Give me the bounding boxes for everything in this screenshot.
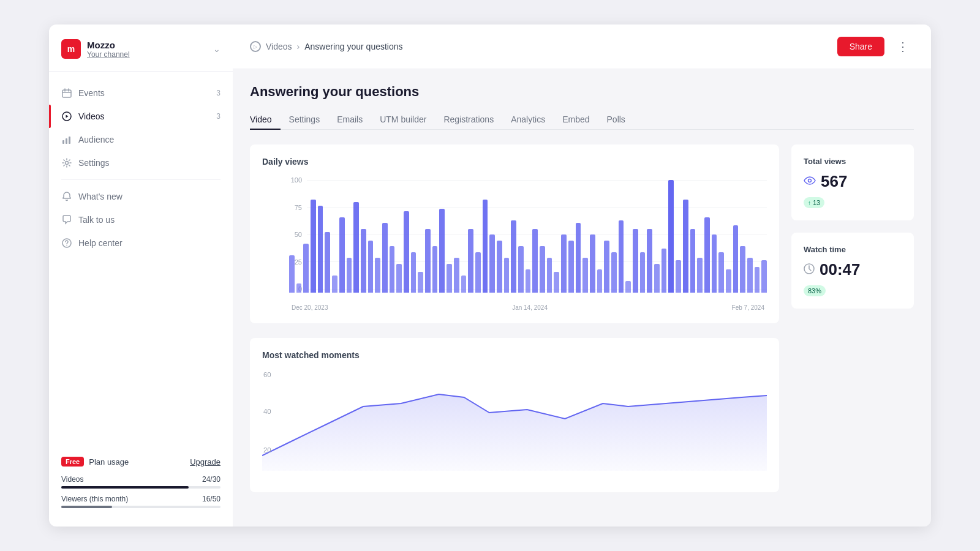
daily-views-chart: 100 75 50 25 0 Dec 20, 2023 J	[262, 176, 767, 311]
bar	[619, 220, 624, 293]
upgrade-link[interactable]: Upgrade	[190, 457, 221, 467]
plan-label: Plan usage	[89, 457, 185, 467]
sidebar-nav: Events 3 Videos 3	[49, 72, 233, 447]
watch-time-card: Watch time 00:47 83%	[791, 233, 914, 309]
sidebar-item-audience[interactable]: Audience	[49, 128, 233, 151]
bar	[733, 225, 739, 293]
gear-icon	[61, 157, 72, 168]
bar	[726, 269, 731, 293]
watch-time-value: 00:47	[820, 260, 861, 279]
bar	[554, 272, 559, 293]
bell-icon	[61, 191, 72, 202]
bar	[690, 229, 696, 293]
videos-usage-label: Videos	[61, 475, 83, 484]
svg-point-5	[66, 162, 69, 165]
bar	[425, 229, 431, 293]
play-circle-icon	[61, 111, 72, 122]
viewers-usage-label: Viewers (this month)	[61, 495, 128, 503]
daily-views-title: Daily views	[262, 157, 767, 167]
main-grid: Daily views 100 75 50 25 0	[250, 144, 914, 512]
tab-embed[interactable]: Embed	[554, 110, 598, 129]
bar	[582, 258, 588, 293]
tab-settings[interactable]: Settings	[281, 110, 329, 129]
sidebar-item-settings[interactable]: Settings	[49, 151, 233, 174]
tab-polls[interactable]: Polls	[598, 110, 634, 129]
bar	[547, 258, 552, 293]
bar	[511, 220, 516, 293]
sidebar-item-events[interactable]: Events 3	[49, 81, 233, 105]
videos-label: Videos	[78, 111, 105, 121]
svg-rect-0	[62, 90, 71, 97]
bar	[311, 200, 316, 293]
tab-registrations[interactable]: Registrations	[435, 110, 502, 129]
bar	[439, 209, 445, 293]
tab-emails[interactable]: Emails	[328, 110, 371, 129]
channel-link[interactable]: Your channel	[87, 50, 130, 59]
bar	[468, 229, 473, 293]
help-icon	[61, 238, 72, 249]
help-label: Help center	[78, 238, 123, 248]
videos-usage-bar-bg	[61, 486, 221, 489]
tab-analytics[interactable]: Analytics	[502, 110, 554, 129]
tab-utm-builder[interactable]: UTM builder	[371, 110, 435, 129]
most-watched-chart: 60 40 20	[262, 370, 767, 480]
breadcrumb-separator: ›	[297, 42, 300, 51]
viewers-usage: Viewers (this month) 16/50	[61, 495, 221, 508]
bar	[390, 246, 395, 293]
bars-container	[289, 176, 767, 293]
bar	[712, 234, 717, 293]
viewers-usage-bar-fill	[61, 506, 112, 508]
more-options-button[interactable]: ⋮	[892, 37, 914, 56]
charts-col: Daily views 100 75 50 25 0	[250, 144, 779, 512]
bar-labels: Dec 20, 2023 Jan 14, 2024 Feb 7, 2024	[289, 304, 767, 311]
bar	[368, 241, 374, 293]
share-button[interactable]: Share	[837, 37, 884, 56]
bar	[325, 232, 330, 293]
viewers-usage-bar-bg	[61, 506, 221, 508]
bar	[590, 234, 595, 293]
bar	[755, 267, 760, 293]
sidebar-item-whats-new[interactable]: What's new	[49, 185, 233, 208]
videos-badge: 3	[216, 112, 221, 121]
plan-row: Free Plan usage Upgrade	[61, 457, 221, 467]
breadcrumb-videos[interactable]: Videos	[266, 42, 292, 51]
tab-video[interactable]: Video	[250, 110, 281, 129]
sidebar-item-talk-to-us[interactable]: Talk to us	[49, 208, 233, 231]
bar	[504, 258, 510, 293]
date-label-3: Feb 7, 2024	[732, 304, 764, 311]
bar	[483, 200, 488, 293]
stats-col: Total views 567 ↑	[791, 144, 914, 512]
bar	[561, 234, 567, 293]
bar	[604, 241, 609, 293]
content-area: Answering your questions Video Settings …	[233, 69, 931, 527]
videos-usage-value: 24/30	[202, 475, 221, 484]
eye-icon	[804, 176, 816, 187]
bar	[339, 217, 345, 293]
bar	[347, 258, 352, 293]
bar	[454, 258, 459, 293]
bar	[418, 272, 423, 293]
calendar-icon	[61, 88, 72, 99]
most-watched-title: Most watched moments	[262, 350, 767, 360]
badge-value: 13	[813, 199, 820, 206]
bar	[568, 241, 574, 293]
bar	[332, 276, 337, 293]
viewers-usage-value: 16/50	[202, 495, 221, 503]
logo-icon: m	[61, 39, 81, 59]
watch-time-badge: 83%	[804, 285, 826, 296]
date-label-2: Jan 14, 2024	[512, 304, 548, 311]
bar	[396, 264, 402, 293]
sidebar-item-videos[interactable]: Videos 3	[49, 105, 233, 128]
bar	[361, 229, 366, 293]
free-badge: Free	[61, 457, 84, 467]
watch-time-badge-value: 83%	[808, 287, 821, 294]
talk-label: Talk to us	[78, 215, 115, 225]
chevron-down-icon[interactable]: ⌄	[213, 44, 221, 54]
videos-usage-bar-fill	[61, 486, 189, 489]
bar	[625, 281, 631, 293]
total-views-badge: ↑ 13	[804, 197, 824, 208]
play-icon: ▷	[250, 41, 261, 52]
svg-rect-4	[69, 137, 70, 144]
sidebar-item-help-center[interactable]: Help center	[49, 231, 233, 255]
bar	[411, 252, 417, 293]
